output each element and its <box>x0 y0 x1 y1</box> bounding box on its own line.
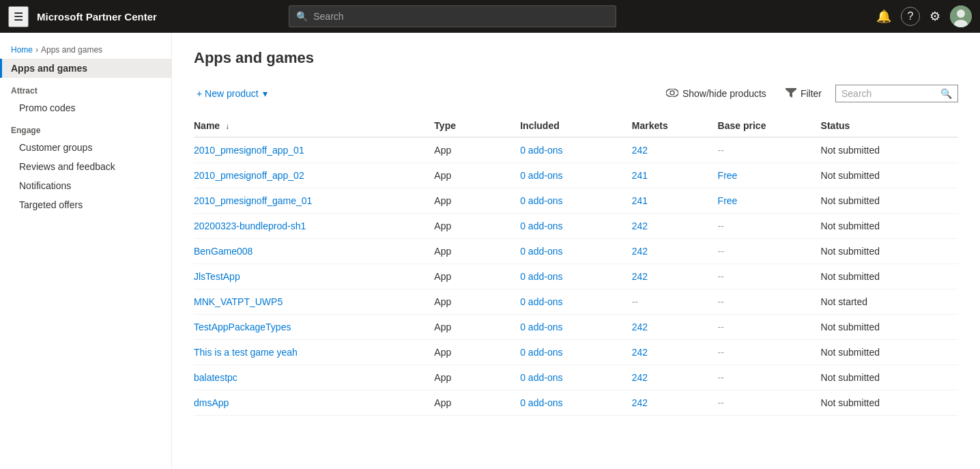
markets-link[interactable]: 242 <box>632 145 648 156</box>
cell-markets[interactable]: 241 <box>632 163 718 188</box>
markets-link[interactable]: 241 <box>632 195 648 206</box>
price-value: -- <box>718 322 724 332</box>
sidebar-item-reviews[interactable]: Reviews and feedback <box>0 157 171 176</box>
product-name-link[interactable]: 20200323-bundleprod-sh1 <box>194 221 306 231</box>
product-name-link[interactable]: JlsTestApp <box>194 271 240 282</box>
cell-name[interactable]: This is a test game yeah <box>194 340 434 365</box>
user-avatar[interactable] <box>950 5 972 27</box>
add-ons-link[interactable]: 0 add-ons <box>520 145 562 156</box>
notifications-bell-button[interactable]: 🔔 <box>872 6 895 27</box>
cell-included[interactable]: 0 add-ons <box>520 188 632 214</box>
add-ons-link[interactable]: 0 add-ons <box>520 271 562 282</box>
cell-name[interactable]: TestAppPackageTypes <box>194 315 434 340</box>
product-name-link[interactable]: 2010_pmesignoff_app_01 <box>194 145 304 156</box>
col-header-name[interactable]: Name ↓ <box>194 115 434 137</box>
price-value: -- <box>718 145 724 156</box>
product-name-link[interactable]: dmsApp <box>194 397 229 408</box>
product-name-link[interactable]: TestAppPackageTypes <box>194 322 291 332</box>
cell-markets[interactable]: 242 <box>632 340 718 365</box>
cell-name[interactable]: BenGame008 <box>194 239 434 264</box>
cell-name[interactable]: 2010_pmesignoff_app_01 <box>194 137 434 163</box>
cell-markets[interactable]: 242 <box>632 365 718 390</box>
cell-included[interactable]: 0 add-ons <box>520 340 632 365</box>
sidebar-item-apps-and-games[interactable]: Apps and games <box>0 59 171 78</box>
product-name-link[interactable]: BenGame008 <box>194 246 253 257</box>
cell-markets[interactable]: 242 <box>632 315 718 340</box>
filter-button[interactable]: Filter <box>780 84 827 104</box>
markets-link[interactable]: 242 <box>632 372 648 383</box>
cell-base-price[interactable]: Free <box>718 163 821 188</box>
cell-included[interactable]: 0 add-ons <box>520 390 632 416</box>
markets-link[interactable]: 241 <box>632 170 648 181</box>
cell-status: Not submitted <box>821 390 958 416</box>
help-button[interactable]: ? <box>901 7 920 26</box>
cell-included[interactable]: 0 add-ons <box>520 137 632 163</box>
sidebar-item-customer-groups[interactable]: Customer groups <box>0 138 171 157</box>
products-search-box[interactable]: 🔍 <box>835 85 958 102</box>
product-name-link[interactable]: MNK_VATPT_UWP5 <box>194 296 283 307</box>
cell-markets[interactable]: 242 <box>632 214 718 239</box>
show-hide-label: Show/hide products <box>682 88 766 99</box>
price-link[interactable]: Free <box>718 195 738 206</box>
cell-type: App <box>434 315 520 340</box>
cell-name[interactable]: MNK_VATPT_UWP5 <box>194 289 434 315</box>
add-ons-link[interactable]: 0 add-ons <box>520 397 562 408</box>
cell-name[interactable]: 2010_pmesignoff_app_02 <box>194 163 434 188</box>
cell-markets[interactable]: 242 <box>632 264 718 289</box>
cell-status: Not submitted <box>821 239 958 264</box>
add-ons-link[interactable]: 0 add-ons <box>520 347 562 358</box>
search-icon: 🔍 <box>940 88 952 99</box>
product-name-link[interactable]: balatestpc <box>194 372 237 383</box>
settings-gear-button[interactable]: ⚙ <box>925 6 945 27</box>
add-ons-link[interactable]: 0 add-ons <box>520 170 562 181</box>
cell-included[interactable]: 0 add-ons <box>520 163 632 188</box>
sidebar-item-targeted-offers[interactable]: Targeted offers <box>0 195 171 214</box>
hamburger-menu-button[interactable]: ☰ <box>8 6 29 27</box>
cell-name[interactable]: JlsTestApp <box>194 264 434 289</box>
markets-link[interactable]: 242 <box>632 221 648 231</box>
page-title: Apps and games <box>194 49 958 67</box>
markets-link[interactable]: 242 <box>632 347 648 358</box>
add-ons-link[interactable]: 0 add-ons <box>520 221 562 231</box>
price-value: -- <box>718 347 724 358</box>
cell-included[interactable]: 0 add-ons <box>520 264 632 289</box>
add-ons-link[interactable]: 0 add-ons <box>520 296 562 307</box>
cell-included[interactable]: 0 add-ons <box>520 214 632 239</box>
markets-link[interactable]: 242 <box>632 271 648 282</box>
targeted-offers-label: Targeted offers <box>19 199 83 210</box>
markets-link[interactable]: 242 <box>632 397 648 408</box>
new-product-button[interactable]: + New product ▾ <box>194 84 270 103</box>
cell-name[interactable]: balatestpc <box>194 365 434 390</box>
add-ons-link[interactable]: 0 add-ons <box>520 322 562 332</box>
price-link[interactable]: Free <box>718 170 738 181</box>
cell-name[interactable]: 20200323-bundleprod-sh1 <box>194 214 434 239</box>
sidebar-item-notifications[interactable]: Notifications <box>0 176 171 195</box>
cell-markets[interactable]: 242 <box>632 137 718 163</box>
cell-markets[interactable]: 242 <box>632 239 718 264</box>
cell-name[interactable]: 2010_pmesignoff_game_01 <box>194 188 434 214</box>
cell-markets[interactable]: -- <box>632 289 718 315</box>
cell-name[interactable]: dmsApp <box>194 390 434 416</box>
cell-markets[interactable]: 241 <box>632 188 718 214</box>
cell-included[interactable]: 0 add-ons <box>520 289 632 315</box>
topbar-search-box[interactable]: 🔍 <box>289 5 616 27</box>
markets-link[interactable]: 242 <box>632 322 648 332</box>
cell-base-price[interactable]: Free <box>718 188 821 214</box>
cell-included[interactable]: 0 add-ons <box>520 239 632 264</box>
cell-included[interactable]: 0 add-ons <box>520 315 632 340</box>
sidebar-item-promo-codes[interactable]: Promo codes <box>0 98 171 117</box>
add-ons-link[interactable]: 0 add-ons <box>520 246 562 257</box>
product-name-link[interactable]: 2010_pmesignoff_app_02 <box>194 170 304 181</box>
product-name-link[interactable]: 2010_pmesignoff_game_01 <box>194 195 312 206</box>
breadcrumb-home-link[interactable]: Home <box>11 45 33 55</box>
topbar-search-input[interactable] <box>313 11 609 22</box>
cell-included[interactable]: 0 add-ons <box>520 365 632 390</box>
col-header-markets: Markets <box>632 115 718 137</box>
cell-markets[interactable]: 242 <box>632 390 718 416</box>
add-ons-link[interactable]: 0 add-ons <box>520 195 562 206</box>
show-hide-products-button[interactable]: Show/hide products <box>661 83 772 104</box>
products-search-input[interactable] <box>841 88 936 99</box>
markets-link[interactable]: 242 <box>632 246 648 257</box>
add-ons-link[interactable]: 0 add-ons <box>520 372 562 383</box>
product-name-link[interactable]: This is a test game yeah <box>194 347 298 358</box>
